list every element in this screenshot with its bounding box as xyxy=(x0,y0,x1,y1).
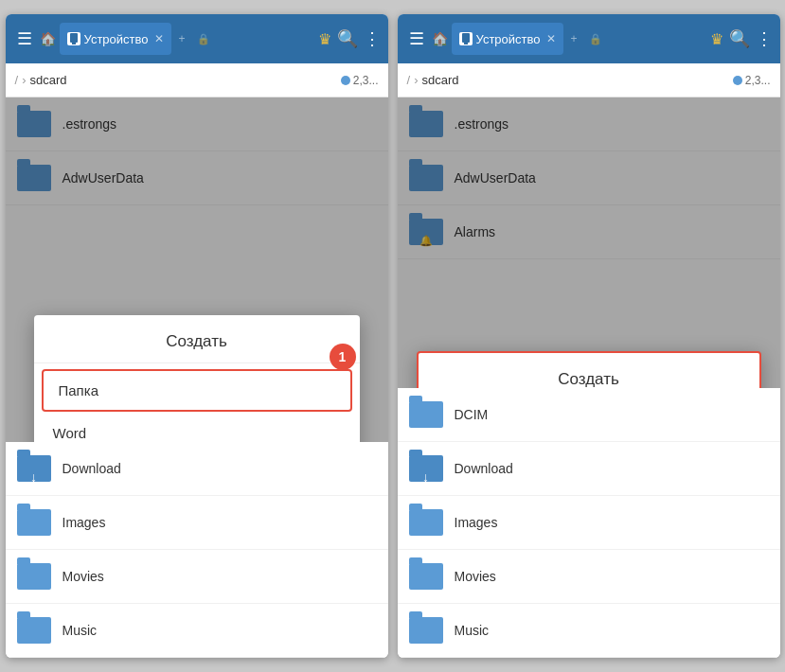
download-arrow-icon: ↓ xyxy=(422,470,429,484)
folder-icon xyxy=(409,559,443,593)
download-arrow-icon: ↓ xyxy=(30,470,37,484)
create-dialog: Создать Папка Word Excel PowerPoint Файл xyxy=(34,315,360,442)
crown-icon: ♛ xyxy=(318,30,331,48)
device-icon xyxy=(67,32,80,45)
word-menu-item[interactable]: Word xyxy=(34,412,360,442)
menu-icon[interactable]: ☰ xyxy=(13,25,36,53)
dialog-title: Создать xyxy=(419,353,759,388)
search-icon[interactable]: 🔍 xyxy=(337,28,358,49)
root-slash: / xyxy=(407,73,411,87)
folder-icon xyxy=(409,613,443,647)
device-tab[interactable]: Устройство ✕ xyxy=(60,23,171,55)
breadcrumb-sdcard[interactable]: sdcard xyxy=(421,73,458,87)
lock-icon: 🔒 xyxy=(193,29,214,49)
file-name: DCIM xyxy=(455,407,489,422)
svg-rect-3 xyxy=(464,43,468,44)
home-icon[interactable]: 🏠 xyxy=(40,31,56,46)
root-slash: / xyxy=(15,73,19,87)
folder-icon xyxy=(17,613,51,647)
list-item[interactable]: ↓ Download xyxy=(6,442,388,496)
list-item[interactable]: Images xyxy=(6,496,388,550)
topbar-actions: ♛ 🔍 ⋮ xyxy=(710,28,773,49)
svg-rect-2 xyxy=(462,33,470,43)
svg-rect-0 xyxy=(70,33,78,43)
tab-label: Устройство xyxy=(84,32,151,46)
folder-icon xyxy=(409,398,443,432)
create-name-dialog: Создать ОТМЕНА ОК xyxy=(417,351,761,388)
storage-info: 2,3... xyxy=(733,74,771,87)
overlay xyxy=(398,97,780,388)
step-badge-1: 1 xyxy=(330,344,356,370)
tab-close-icon[interactable]: ✕ xyxy=(154,32,164,45)
folder-icon xyxy=(17,505,51,539)
file-name: Images xyxy=(455,515,498,530)
folder-option-highlighted[interactable]: Папка xyxy=(42,369,352,412)
home-icon[interactable]: 🏠 xyxy=(432,31,448,46)
svg-rect-1 xyxy=(72,43,76,44)
folder-icon xyxy=(17,559,51,593)
breadcrumb-arrow: › xyxy=(22,73,26,87)
list-item[interactable]: Music xyxy=(6,604,388,658)
right-file-list: .estrongs AdwUserData 🔔 Alarms Создать xyxy=(398,97,780,388)
left-topbar: ☰ 🏠 Устройство ✕ + 🔒 ♛ 🔍 ⋮ xyxy=(6,14,388,63)
search-icon[interactable]: 🔍 xyxy=(729,28,750,49)
dialog-title: Создать xyxy=(34,315,360,363)
lock-icon: 🔒 xyxy=(585,29,606,49)
crown-icon: ♛ xyxy=(710,30,723,48)
file-name: Movies xyxy=(62,569,104,584)
download-folder-icon: ↓ xyxy=(409,451,443,486)
file-name: Movies xyxy=(455,569,496,584)
download-folder-name: Download xyxy=(455,461,513,476)
list-item[interactable]: ↓ Download xyxy=(398,442,780,496)
device-tab[interactable]: Устройство ✕ xyxy=(452,23,563,55)
storage-dot xyxy=(733,76,742,85)
tab-label: Устройство xyxy=(476,32,543,46)
folder-icon xyxy=(409,505,443,539)
add-tab-icon[interactable]: + xyxy=(175,28,189,49)
add-tab-icon[interactable]: + xyxy=(567,28,581,49)
storage-info: 2,3... xyxy=(341,74,379,87)
list-item[interactable]: Movies xyxy=(6,550,388,604)
left-file-list: .estrongs AdwUserData Создать Папка Word… xyxy=(6,97,388,442)
storage-text: 2,3... xyxy=(745,74,771,87)
left-screen: ☰ 🏠 Устройство ✕ + 🔒 ♛ 🔍 ⋮ / › sdcard xyxy=(6,14,388,658)
topbar-actions: ♛ 🔍 ⋮ xyxy=(318,28,381,49)
list-item[interactable]: Music xyxy=(398,604,780,658)
right-screen: ☰ 🏠 Устройство ✕ + 🔒 ♛ 🔍 ⋮ / › sdcard xyxy=(398,14,780,658)
breadcrumb-sdcard[interactable]: sdcard xyxy=(29,73,66,87)
file-name: Music xyxy=(62,623,98,638)
download-folder-icon: ↓ xyxy=(17,451,51,486)
file-name: Images xyxy=(62,515,106,530)
folder-menu-item[interactable]: Папка xyxy=(44,371,350,410)
storage-dot xyxy=(341,76,350,85)
more-icon[interactable]: ⋮ xyxy=(364,28,381,49)
more-icon[interactable]: ⋮ xyxy=(756,28,773,49)
device-icon xyxy=(459,32,473,45)
right-breadcrumb: / › sdcard 2,3... xyxy=(398,63,780,97)
left-breadcrumb: / › sdcard 2,3... xyxy=(6,63,388,97)
file-name: Music xyxy=(455,623,490,638)
list-item[interactable]: Images xyxy=(398,496,780,550)
list-item[interactable]: Movies xyxy=(398,550,780,604)
list-item[interactable]: DCIM xyxy=(398,388,780,442)
right-topbar: ☰ 🏠 Устройство ✕ + 🔒 ♛ 🔍 ⋮ xyxy=(398,14,780,63)
storage-text: 2,3... xyxy=(353,74,379,87)
tab-close-icon[interactable]: ✕ xyxy=(546,32,556,45)
download-folder-name: Download xyxy=(62,461,121,476)
breadcrumb-arrow: › xyxy=(414,73,418,87)
menu-icon[interactable]: ☰ xyxy=(405,25,428,53)
